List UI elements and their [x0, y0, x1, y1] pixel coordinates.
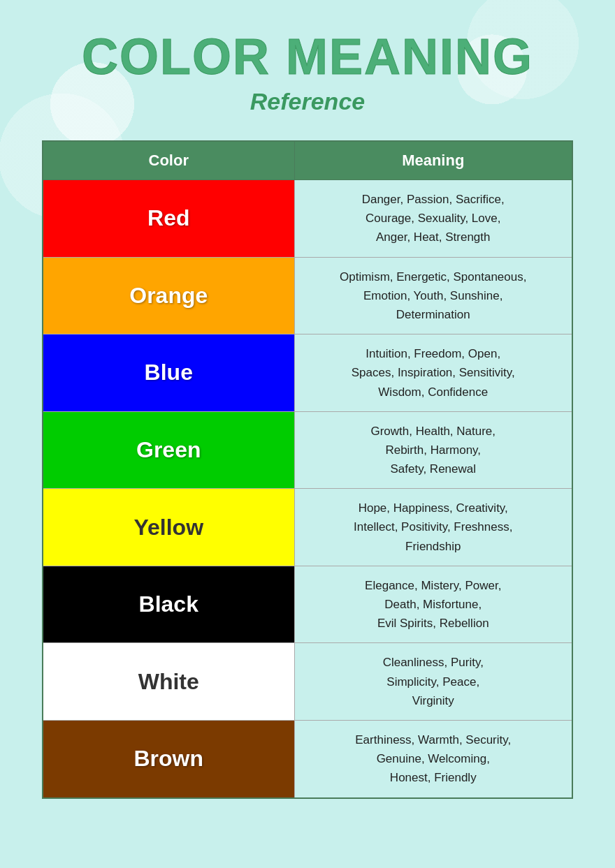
table-row: BlackElegance, Mistery, Power,Death, Mis…: [43, 566, 572, 643]
color-cell: Black: [43, 566, 294, 643]
table-row: BlueIntuition, Freedom, Open,Spaces, Ins…: [43, 334, 572, 412]
page-subtitle: Reference: [250, 88, 365, 115]
color-cell: Yellow: [43, 489, 294, 566]
color-cell: Orange: [43, 257, 294, 334]
table-row: RedDanger, Passion, Sacrifice,Courage, S…: [43, 180, 572, 258]
meaning-cell: Danger, Passion, Sacrifice,Courage, Sexu…: [294, 180, 572, 258]
table-row: WhiteCleanliness, Purity,Simplicity, Pea…: [43, 643, 572, 721]
color-cell: Red: [43, 180, 294, 258]
meaning-cell: Cleanliness, Purity,Simplicity, Peace,Vi…: [294, 643, 572, 721]
color-cell: White: [43, 643, 294, 721]
meaning-cell: Growth, Health, Nature,Rebirth, Harmony,…: [294, 411, 572, 489]
column-header-color: Color: [43, 141, 294, 180]
table-row: BrownEarthiness, Warmth, Security,Genuin…: [43, 720, 572, 797]
meaning-cell: Optimism, Energetic, Spontaneous,Emotion…: [294, 257, 572, 334]
table-row: GreenGrowth, Health, Nature,Rebirth, Har…: [43, 411, 572, 489]
meaning-cell: Intuition, Freedom, Open,Spaces, Inspira…: [294, 334, 572, 412]
color-cell: Brown: [43, 720, 294, 797]
meaning-cell: Elegance, Mistery, Power,Death, Misfortu…: [294, 566, 572, 643]
meaning-cell: Earthiness, Warmth, Security,Genuine, We…: [294, 720, 572, 797]
meaning-cell: Hope, Happiness, Creativity,Intellect, P…: [294, 489, 572, 566]
color-cell: Green: [43, 411, 294, 489]
table-row: YellowHope, Happiness, Creativity,Intell…: [43, 489, 572, 566]
color-meaning-table: Color Meaning RedDanger, Passion, Sacrif…: [42, 140, 573, 799]
color-cell: Blue: [43, 334, 294, 412]
column-header-meaning: Meaning: [294, 141, 572, 180]
page-title: COLOR MEANING: [82, 28, 533, 85]
table-row: OrangeOptimism, Energetic, Spontaneous,E…: [43, 257, 572, 334]
